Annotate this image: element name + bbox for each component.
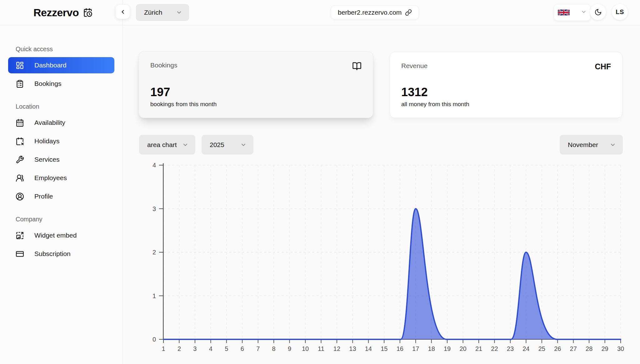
sidebar-item-profile[interactable]: Profile: [8, 188, 114, 204]
svg-text:28: 28: [586, 345, 592, 352]
clipboard-list-icon: [16, 80, 24, 88]
svg-text:2: 2: [178, 345, 181, 352]
chevron-left-icon: [120, 9, 126, 15]
topbar: Rezzervo Zürich berber2.rezzervo.com: [0, 0, 640, 25]
site-url-link[interactable]: berber2.rezzervo.com: [331, 5, 419, 20]
svg-text:11: 11: [318, 345, 324, 352]
svg-text:6: 6: [241, 345, 244, 352]
svg-text:1: 1: [152, 293, 156, 299]
app-name: Rezzervo: [33, 7, 79, 19]
sidebar-item-employees[interactable]: Employees: [8, 170, 114, 186]
svg-text:18: 18: [428, 345, 435, 352]
sidebar-item-label: Profile: [34, 193, 53, 200]
sidebar-item-label: Services: [34, 156, 60, 163]
sidebar-item-subscription[interactable]: Subscription: [8, 246, 114, 262]
users-round-icon: [16, 174, 24, 182]
sidebar-section: Quick accessDashboardBookings: [0, 46, 122, 92]
calendar-x-icon: [16, 137, 24, 145]
app-logo: Rezzervo: [33, 0, 92, 25]
svg-text:9: 9: [288, 345, 291, 352]
sidebar-item-holidays[interactable]: Holidays: [8, 133, 114, 149]
chevron-down-icon: [176, 9, 182, 16]
svg-text:30: 30: [617, 345, 624, 352]
svg-text:3: 3: [193, 345, 197, 352]
uk-flag-icon: [558, 8, 570, 17]
sidebar-item-services[interactable]: Services: [8, 151, 114, 168]
sidebar-item-label: Dashboard: [34, 61, 67, 69]
dark-mode-toggle[interactable]: [590, 4, 606, 20]
svg-text:24: 24: [522, 345, 529, 352]
sidebar-item-label: Employees: [34, 174, 67, 182]
svg-text:7: 7: [256, 345, 260, 352]
svg-text:27: 27: [570, 345, 577, 352]
svg-text:19: 19: [444, 345, 451, 352]
layout-dashboard-icon: [16, 61, 24, 70]
sidebar-divider: [122, 0, 123, 364]
credit-card-icon: [16, 250, 24, 258]
svg-text:8: 8: [272, 345, 276, 352]
sidebar-item-label: Availability: [34, 119, 65, 126]
svg-text:17: 17: [412, 345, 419, 352]
sidebar-item-bookings[interactable]: Bookings: [8, 76, 114, 92]
svg-text:25: 25: [538, 345, 545, 352]
chevron-down-icon: [581, 9, 587, 16]
sidebar-item-dashboard[interactable]: Dashboard: [8, 57, 114, 73]
language-select[interactable]: [554, 4, 591, 21]
dashboard-page: Rezzervo Zürich berber2.rezzervo.com: [0, 0, 640, 364]
circle-user-icon: [16, 192, 24, 201]
sidebar-section: CompanyWidget embedSubscription: [0, 216, 122, 262]
svg-text:12: 12: [333, 345, 340, 352]
location-select-value: Zürich: [144, 9, 162, 16]
sidebar-section-label: Quick access: [16, 46, 122, 53]
svg-text:15: 15: [381, 345, 388, 352]
svg-text:13: 13: [349, 345, 356, 352]
svg-text:29: 29: [601, 345, 608, 352]
svg-text:16: 16: [397, 345, 403, 352]
site-url-text: berber2.rezzervo.com: [338, 9, 402, 16]
svg-text:26: 26: [554, 345, 561, 352]
location-select[interactable]: Zürich: [136, 4, 189, 21]
calendar-days-icon: [16, 119, 24, 127]
sidebar-item-label: Subscription: [34, 250, 71, 258]
sidebar: Quick accessDashboardBookingsLocationAva…: [0, 25, 122, 364]
svg-text:4: 4: [152, 162, 156, 169]
svg-text:14: 14: [365, 345, 372, 352]
avatar-initials: LS: [616, 8, 624, 16]
svg-text:4: 4: [209, 345, 212, 352]
sidebar-item-availability[interactable]: Availability: [8, 115, 114, 131]
user-avatar[interactable]: LS: [612, 4, 628, 20]
svg-text:5: 5: [225, 345, 228, 352]
sidebar-item-label: Widget embed: [34, 232, 77, 239]
svg-text:0: 0: [152, 336, 156, 343]
wrench-icon: [16, 155, 24, 164]
svg-text:3: 3: [152, 205, 156, 212]
svg-text:20: 20: [459, 345, 466, 352]
svg-text:22: 22: [491, 345, 498, 352]
sidebar-section: LocationAvailabilityHolidaysServicesEmpl…: [0, 103, 122, 204]
svg-text:2: 2: [152, 249, 156, 256]
svg-text:10: 10: [302, 345, 309, 352]
sidebar-section-label: Company: [16, 216, 122, 223]
svg-text:21: 21: [475, 345, 482, 352]
svg-text:23: 23: [507, 345, 514, 352]
image-upscale-icon: [16, 231, 24, 240]
sidebar-collapse-button[interactable]: [115, 4, 130, 19]
svg-text:1: 1: [162, 345, 165, 352]
sidebar-section-label: Location: [16, 103, 122, 110]
link-icon: [405, 9, 412, 16]
calendar-clock-icon: [83, 8, 92, 17]
sidebar-item-label: Bookings: [34, 80, 61, 87]
sidebar-sections: Quick accessDashboardBookingsLocationAva…: [0, 46, 122, 262]
moon-icon: [594, 8, 602, 16]
sidebar-item-widget-embed[interactable]: Widget embed: [8, 227, 114, 243]
sidebar-item-label: Holidays: [34, 137, 60, 145]
